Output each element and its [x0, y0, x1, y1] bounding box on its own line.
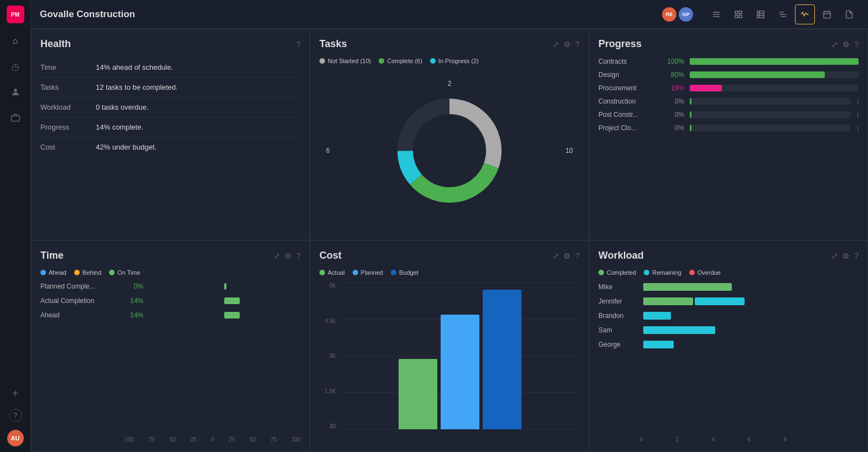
time-header: Time ⤢ ⚙ ? [40, 250, 301, 261]
cost-chart-area: 6K 4.5K 3K 1.5K $0 [319, 282, 580, 443]
workload-row-sam: Sam [598, 326, 859, 335]
workload-title: Workload [598, 250, 831, 261]
workload-row-jennifer: Jennifer [598, 297, 859, 306]
sidebar-item-people[interactable] [8, 84, 23, 100]
time-legend-ahead: Ahead [40, 269, 66, 276]
workload-expand-icon[interactable]: ⤢ [831, 251, 838, 260]
donut-svg [389, 90, 510, 212]
progress-bar-fill-post-constr [690, 111, 691, 118]
workload-bar-remaining-george [643, 341, 674, 348]
health-row-time: Time 14% ahead of schedule. [40, 58, 301, 78]
progress-help-icon[interactable]: ? [854, 40, 859, 49]
workload-help-icon[interactable]: ? [854, 251, 859, 260]
cost-help-icon[interactable]: ? [575, 251, 580, 260]
health-value-tasks: 12 tasks to be completed. [96, 83, 178, 91]
legend-not-started: Not Started (10) [319, 58, 371, 64]
progress-settings-icon[interactable]: ⚙ [843, 40, 850, 49]
time-legend: Ahead Behind On Time [40, 269, 301, 276]
cost-legend-actual-label: Actual [328, 269, 345, 276]
cost-panel: Cost ⤢ ⚙ ? Actual Planned Budg [310, 240, 589, 452]
header: Govalle Construction RE GP [31, 0, 868, 29]
progress-bar-bg-design [690, 71, 859, 78]
tasks-actions: ⤢ ⚙ ? [552, 40, 580, 49]
time-rows: Planned Comple... 0% Actual Completion 1… [40, 282, 301, 429]
time-legend-behind-label: Behind [82, 269, 101, 276]
workload-row-george: George [598, 340, 859, 349]
sidebar-help-button[interactable]: ? [9, 409, 22, 422]
workload-legend-overdue-label: Overdue [698, 269, 721, 276]
progress-row-contracts: Contracts 100% [598, 58, 859, 65]
tool-board[interactable] [728, 4, 748, 24]
workload-bars-sam [643, 326, 859, 335]
time-row-ahead: Ahead 14% [40, 311, 301, 319]
svg-rect-6 [739, 11, 742, 14]
workload-name-jennifer: Jennifer [598, 297, 640, 305]
sidebar-add-button[interactable]: + [8, 386, 23, 401]
time-expand-icon[interactable]: ⤢ [273, 251, 280, 260]
progress-bar-bg-procurement [690, 85, 859, 91]
workload-legend-completed-label: Completed [607, 269, 636, 276]
workload-actions: ⤢ ⚙ ? [831, 251, 859, 260]
time-settings-icon[interactable]: ⚙ [285, 251, 292, 260]
cost-y-15k: 1.5K [319, 388, 336, 394]
avatar-gp[interactable]: GP [679, 7, 693, 22]
cost-y-3k: 3K [319, 353, 336, 359]
cost-settings-icon[interactable]: ⚙ [564, 251, 571, 260]
time-axis-25r: 25 [229, 436, 235, 443]
sidebar-logo[interactable]: PM [7, 6, 24, 23]
health-value-workload: 0 tasks overdue. [96, 103, 148, 111]
tasks-help-icon[interactable]: ? [575, 40, 580, 49]
health-header: Health ? [40, 38, 301, 50]
legend-complete: Complete (6) [379, 58, 422, 64]
tool-calendar[interactable] [817, 4, 837, 24]
progress-list: Contracts 100% Design 80% Procuremen [598, 58, 859, 132]
progress-header: Progress ⤢ ⚙ ? [598, 38, 859, 50]
cost-bar-budget [483, 290, 521, 429]
sidebar-user-avatar[interactable]: AU [7, 430, 24, 446]
workload-bar-remaining-sam [643, 326, 715, 334]
time-axis-75l: 75 [148, 436, 154, 443]
health-help-icon[interactable]: ? [296, 40, 301, 49]
tool-gantt[interactable] [773, 4, 793, 24]
health-label-cost: Cost [40, 143, 96, 151]
workload-axis-8: 8 [783, 436, 787, 443]
sidebar-item-clock[interactable]: ◷ [8, 59, 23, 74]
progress-pct-post-constr: 0% [662, 111, 684, 119]
progress-pct-contracts: 100% [662, 58, 684, 65]
donut-label-right: 10 [566, 147, 573, 155]
svg-rect-1 [11, 116, 19, 121]
cost-expand-icon[interactable]: ⤢ [552, 251, 559, 260]
svg-point-0 [14, 89, 17, 92]
avatar-re[interactable]: RE [662, 7, 676, 22]
progress-bar-fill-construction [690, 98, 691, 105]
legend-in-progress: In Progress (2) [430, 58, 479, 64]
progress-expand-icon[interactable]: ⤢ [831, 40, 838, 49]
progress-title: Progress [598, 38, 831, 50]
header-avatars: RE GP [662, 7, 693, 22]
legend-not-started-label: Not Started (10) [328, 58, 371, 64]
progress-name-post-constr: Post Constr... [598, 111, 657, 119]
workload-header: Workload ⤢ ⚙ ? [598, 250, 859, 261]
cost-bars [340, 282, 580, 429]
svg-rect-16 [824, 11, 830, 18]
time-help-icon[interactable]: ? [296, 251, 301, 260]
tool-pulse[interactable] [795, 4, 815, 24]
sidebar-item-briefcase[interactable] [8, 110, 23, 125]
svg-rect-8 [739, 15, 742, 18]
workload-row-brandon: Brandon [598, 311, 859, 320]
sidebar-item-home[interactable]: ⌂ [8, 33, 23, 49]
workload-settings-icon[interactable]: ⚙ [843, 251, 850, 260]
tool-doc[interactable] [839, 4, 859, 24]
time-axis-100l: 100 [125, 436, 134, 443]
workload-bar-remaining-brandon [643, 312, 671, 320]
tool-table[interactable] [751, 4, 771, 24]
cost-legend-budget: Budget [391, 269, 418, 276]
workload-bar-completed-jennifer [643, 297, 693, 305]
workload-axis-2: 2 [676, 436, 679, 443]
time-legend-ahead-label: Ahead [49, 269, 66, 276]
tool-list[interactable] [706, 4, 726, 24]
tasks-expand-icon[interactable]: ⤢ [552, 40, 559, 49]
workload-legend: Completed Remaining Overdue [598, 269, 859, 276]
tasks-settings-icon[interactable]: ⚙ [564, 40, 571, 49]
workload-name-mike: Mike [598, 283, 640, 291]
